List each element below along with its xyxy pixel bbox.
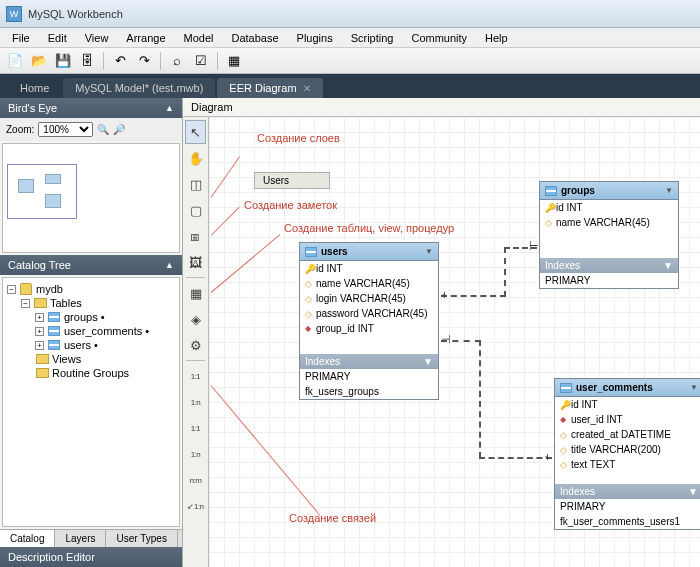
layer-tool-icon[interactable]: ▢ [185,198,206,222]
rel-1-1-id-icon[interactable]: 1:1 [185,416,206,440]
layer-tab[interactable]: Users [254,172,330,189]
toggle-icon[interactable]: + [35,341,44,350]
table-column[interactable]: ◇name VARCHAR(45) [300,276,438,291]
close-icon[interactable]: ✕ [303,83,311,94]
index-row[interactable]: PRIMARY [540,273,678,288]
chevron-down-icon[interactable]: ▼ [688,486,698,497]
index-row[interactable]: fk_user_comments_users1 [555,514,700,529]
zoom-select[interactable]: 100% [38,122,93,137]
eraser-tool-icon[interactable]: ◫ [185,172,206,196]
index-row[interactable]: PRIMARY [300,369,438,384]
menu-model[interactable]: Model [176,30,222,46]
description-editor-header[interactable]: Description Editor [0,547,182,567]
table-tool-icon[interactable]: ▦ [185,281,206,305]
new-file-icon[interactable]: 📄 [4,51,26,71]
save-icon[interactable]: 💾 [52,51,74,71]
table-column[interactable]: ◆user_id INT [555,412,700,427]
menu-help[interactable]: Help [477,30,516,46]
relationship-line[interactable] [479,457,552,459]
table-header[interactable]: groups▼ [540,182,678,200]
menu-community[interactable]: Community [403,30,475,46]
relationship-line[interactable] [504,247,506,297]
toggle-icon[interactable]: + [35,313,44,322]
db-table-user-comments[interactable]: user_comments▼ 🔑id INT ◆user_id INT ◇cre… [554,378,700,530]
undo-icon[interactable]: ↶ [109,51,131,71]
toggle-icon[interactable]: + [35,327,44,336]
menu-file[interactable]: File [4,30,38,46]
menu-scripting[interactable]: Scripting [343,30,402,46]
table-column[interactable]: ◇password VARCHAR(45) [300,306,438,321]
btab-catalog[interactable]: Catalog [0,530,55,547]
validate-icon[interactable]: ☑ [190,51,212,71]
tree-table-item[interactable]: +users • [7,338,175,352]
table-column[interactable]: 🔑id INT [555,397,700,412]
rel-1-n-id-icon[interactable]: 1:n [185,442,206,466]
db-table-users[interactable]: users▼ 🔑id INT ◇name VARCHAR(45) ◇login … [299,242,439,400]
tree-routines[interactable]: Routine Groups [7,366,175,380]
tree-table-item[interactable]: +groups • [7,310,175,324]
table-column[interactable]: 🔑id INT [300,261,438,276]
chevron-down-icon[interactable]: ▼ [665,186,673,195]
find-icon[interactable]: ⌕ [166,51,188,71]
rel-n-m-icon[interactable]: n:m [185,468,206,492]
note-tool-icon[interactable]: 🗉 [185,224,206,248]
hand-tool-icon[interactable]: ✋ [185,146,206,170]
rel-existing-icon[interactable]: ↙1:n [185,494,206,518]
menu-database[interactable]: Database [223,30,286,46]
btab-usertypes[interactable]: User Types [106,530,177,547]
tree-tables[interactable]: −Tables [7,296,175,310]
table-column[interactable]: ◇text TEXT [555,457,700,472]
tree-db[interactable]: −mydb [7,282,175,296]
grid-icon[interactable]: ▦ [223,51,245,71]
toggle-icon[interactable]: − [7,285,16,294]
chevron-down-icon[interactable]: ▼ [425,247,433,256]
table-column[interactable]: ◇login VARCHAR(45) [300,291,438,306]
btab-layers[interactable]: Layers [55,530,106,547]
menu-arrange[interactable]: Arrange [118,30,173,46]
tab-model[interactable]: MySQL Model* (test.mwb) [63,78,215,98]
view-tool-icon[interactable]: ◈ [185,307,206,331]
table-column[interactable]: ◇name VARCHAR(45) [540,215,678,230]
rel-1-n-nonid-icon[interactable]: 1:n [185,390,206,414]
menu-edit[interactable]: Edit [40,30,75,46]
indexes-header[interactable]: Indexes▼ [300,354,438,369]
chevron-down-icon[interactable]: ▼ [690,383,698,392]
indexes-header[interactable]: Indexes▼ [540,258,678,273]
tree-views[interactable]: Views [7,352,175,366]
catalog-tree-header[interactable]: Catalog Tree ▲ [0,255,182,275]
saveas-icon[interactable]: 🗄 [76,51,98,71]
table-column[interactable]: ◆group_id INT [300,321,438,336]
index-row[interactable]: PRIMARY [555,499,700,514]
chevron-down-icon[interactable]: ▼ [663,260,673,271]
relationship-line[interactable] [479,340,481,458]
diagram-canvas[interactable]: Users Создание слоев Создание заметок Со… [209,117,700,567]
collapse-icon[interactable]: ▲ [165,103,174,113]
chevron-down-icon[interactable]: ▼ [423,356,433,367]
table-header[interactable]: users▼ [300,243,438,261]
menu-view[interactable]: View [77,30,117,46]
table-column[interactable]: 🔑id INT [540,200,678,215]
birds-eye-view[interactable] [2,143,180,253]
db-table-groups[interactable]: groups▼ 🔑id INT ◇name VARCHAR(45) Indexe… [539,181,679,289]
toggle-icon[interactable]: − [21,299,30,308]
diagram-tab[interactable]: Diagram [183,98,700,117]
indexes-header[interactable]: Indexes▼ [555,484,700,499]
pointer-tool-icon[interactable]: ↖ [185,120,206,144]
table-header[interactable]: user_comments▼ [555,379,700,397]
zoom-out-icon[interactable]: 🔍 [97,124,109,135]
table-column[interactable]: ◇title VARCHAR(200) [555,442,700,457]
image-tool-icon[interactable]: 🖼 [185,250,206,274]
birds-eye-header[interactable]: Bird's Eye ▲ [0,98,182,118]
table-column[interactable]: ◇created_at DATETIME [555,427,700,442]
tab-eer[interactable]: EER Diagram✕ [217,78,322,98]
rel-1-1-nonid-icon[interactable]: 1:1 [185,364,206,388]
redo-icon[interactable]: ↷ [133,51,155,71]
open-file-icon[interactable]: 📂 [28,51,50,71]
index-row[interactable]: fk_users_groups [300,384,438,399]
collapse-icon[interactable]: ▲ [165,260,174,270]
relationship-line[interactable] [441,295,506,297]
tree-table-item[interactable]: +user_comments • [7,324,175,338]
zoom-in-icon[interactable]: 🔎 [113,124,125,135]
routine-tool-icon[interactable]: ⚙ [185,333,206,357]
tab-home[interactable]: Home [8,78,61,98]
